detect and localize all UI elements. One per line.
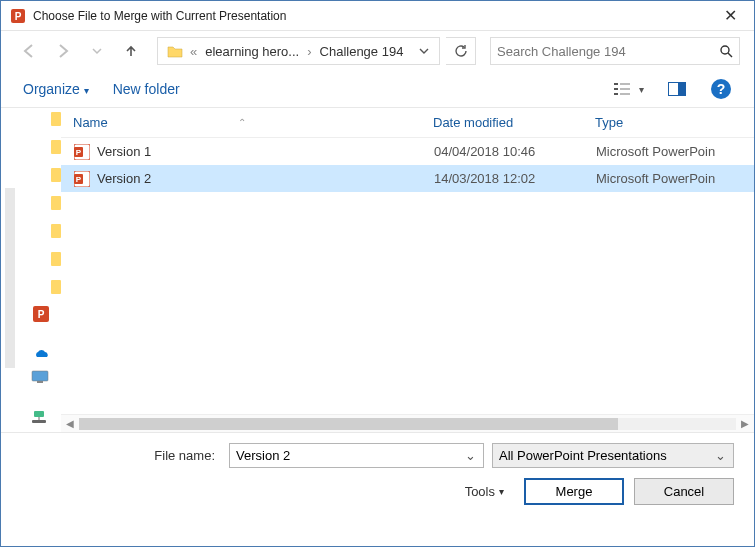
svg-rect-18 [34, 411, 44, 417]
powerpoint-file-icon: P [73, 143, 91, 161]
recent-locations-dropdown[interactable] [83, 37, 111, 65]
folder-icon [166, 42, 184, 60]
address-dropdown[interactable] [413, 46, 435, 56]
svg-rect-6 [614, 93, 618, 95]
breadcrumb[interactable]: « elearning hero... › Challenge 194 [157, 37, 440, 65]
toolbar: Organize ▾ New folder ▾ ? [1, 71, 754, 107]
chevron-down-icon[interactable]: ⌄ [465, 448, 477, 463]
svg-point-2 [721, 46, 729, 54]
folder-icon [51, 140, 61, 154]
nav-scrollbar[interactable] [5, 188, 15, 368]
svg-rect-7 [620, 83, 630, 85]
forward-button[interactable] [49, 37, 77, 65]
body: P Name⌃ Date modified Type PVersion 104/… [1, 107, 754, 433]
navigation-pane[interactable]: P [1, 108, 61, 432]
file-date: 14/03/2018 12:02 [434, 171, 596, 186]
folder-icon [51, 280, 61, 294]
svg-rect-17 [37, 381, 43, 383]
svg-rect-4 [614, 83, 618, 85]
back-button[interactable] [15, 37, 43, 65]
column-headers[interactable]: Name⌃ Date modified Type [61, 108, 754, 138]
file-date: 04/04/2018 10:46 [434, 144, 596, 159]
column-date[interactable]: Date modified [433, 115, 595, 130]
onedrive-icon [33, 348, 51, 360]
svg-text:P: P [38, 309, 45, 320]
svg-rect-19 [32, 420, 46, 423]
title-bar: P Choose File to Merge with Current Pres… [1, 1, 754, 31]
up-button[interactable] [117, 37, 145, 65]
svg-rect-11 [678, 83, 686, 96]
chevron-right-icon: › [305, 44, 313, 59]
file-row[interactable]: PVersion 214/03/2018 12:02Microsoft Powe… [61, 165, 754, 192]
file-name: Version 2 [97, 171, 434, 186]
file-type: Microsoft PowerPoin [596, 144, 754, 159]
help-button[interactable]: ? [710, 78, 732, 100]
file-type: Microsoft PowerPoin [596, 171, 754, 186]
search-input[interactable]: Search Challenge 194 [490, 37, 740, 65]
filename-label: File name: [21, 448, 221, 463]
svg-text:?: ? [717, 81, 726, 97]
chevron-down-icon: ▾ [639, 84, 644, 95]
scroll-track[interactable] [79, 418, 736, 430]
close-button[interactable]: ✕ [710, 2, 750, 30]
view-options-button[interactable]: ▾ [613, 81, 644, 97]
svg-line-3 [728, 53, 732, 57]
cancel-button[interactable]: Cancel [634, 478, 734, 505]
svg-rect-9 [620, 93, 630, 95]
sort-indicator-icon: ⌃ [238, 117, 246, 128]
scroll-right-icon[interactable]: ▶ [736, 416, 754, 432]
search-icon [719, 44, 733, 58]
folder-icon [51, 252, 61, 266]
powerpoint-file-icon: P [73, 170, 91, 188]
svg-rect-5 [614, 88, 618, 90]
preview-pane-button[interactable] [668, 82, 686, 96]
window-title: Choose File to Merge with Current Presen… [33, 9, 710, 23]
address-bar: « elearning hero... › Challenge 194 Sear… [1, 31, 754, 71]
organize-menu[interactable]: Organize ▾ [23, 81, 89, 97]
column-type[interactable]: Type [595, 115, 754, 130]
scroll-thumb[interactable] [79, 418, 618, 430]
file-name: Version 1 [97, 144, 434, 159]
network-icon [31, 410, 47, 424]
chevron-down-icon: ⌄ [715, 448, 727, 463]
refresh-button[interactable] [446, 37, 476, 65]
merge-button[interactable]: Merge [524, 478, 624, 505]
svg-text:P: P [76, 175, 82, 184]
powerpoint-app-icon: P [9, 7, 27, 25]
file-row[interactable]: PVersion 104/04/2018 10:46Microsoft Powe… [61, 138, 754, 165]
file-type-filter[interactable]: All PowerPoint Presentations ⌄ [492, 443, 734, 468]
svg-text:P: P [76, 148, 82, 157]
folder-icon [51, 196, 61, 210]
scroll-left-icon[interactable]: ◀ [61, 416, 79, 432]
breadcrumb-segment[interactable]: Challenge 194 [314, 38, 410, 64]
svg-rect-16 [32, 371, 48, 381]
breadcrumb-prefix: « [188, 44, 199, 59]
column-name[interactable]: Name⌃ [73, 115, 433, 130]
new-folder-button[interactable]: New folder [113, 81, 180, 97]
folder-icon [51, 112, 61, 126]
file-list: Name⌃ Date modified Type PVersion 104/04… [61, 108, 754, 432]
horizontal-scrollbar[interactable]: ◀ ▶ [61, 414, 754, 432]
svg-rect-8 [620, 88, 630, 90]
folder-icon [51, 168, 61, 182]
breadcrumb-segment[interactable]: elearning hero... [199, 38, 305, 64]
chevron-down-icon: ▾ [84, 85, 89, 96]
filename-input[interactable]: Version 2 ⌄ [229, 443, 484, 468]
powerpoint-icon: P [33, 306, 49, 322]
folder-icon [51, 224, 61, 238]
svg-text:P: P [15, 11, 22, 22]
search-placeholder: Search Challenge 194 [497, 44, 626, 59]
footer: File name: Version 2 ⌄ All PowerPoint Pr… [1, 433, 754, 513]
tools-menu[interactable]: Tools ▾ [465, 484, 504, 499]
chevron-down-icon: ▾ [499, 486, 504, 497]
this-pc-icon [31, 370, 49, 384]
